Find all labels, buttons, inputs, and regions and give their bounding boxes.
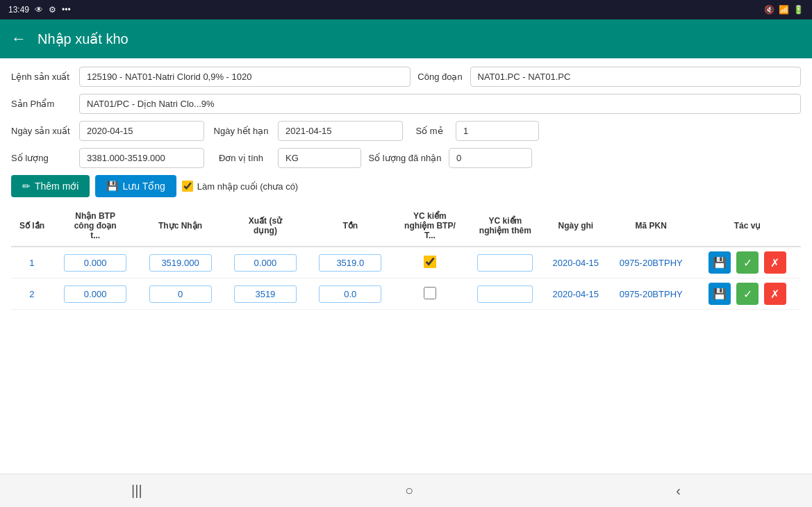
- col-ton: Tồn: [308, 206, 392, 247]
- time: 13:49: [8, 5, 29, 15]
- data-table: Số lần Nhận BTPcông đoạnt... Thực Nhận X…: [11, 206, 801, 310]
- so-luong-row: Số lượng Đơn vị tính Số lượng đã nhận: [11, 148, 801, 168]
- ngay-sx-row: Ngày sản xuất Ngày hết hạn Số mẻ: [11, 121, 801, 141]
- lenh-san-xuat-row: Lệnh sản xuất Công đoạn: [11, 67, 801, 87]
- so-luong-da-nhan-input[interactable]: [449, 148, 532, 168]
- don-vi-tinh-label: Đơn vị tính: [210, 153, 272, 163]
- col-thuc-nhan: Thực Nhận: [138, 206, 222, 247]
- lenh-san-xuat-label: Lệnh sản xuất: [11, 72, 74, 82]
- col-ma-pkn: Mã PKN: [608, 206, 694, 247]
- cong-doan-label: Công đoạn: [416, 72, 465, 82]
- status-bar: 13:49 👁 ⚙ ••• 🔇 📶 🔋: [0, 0, 812, 19]
- xuat-input-1[interactable]: [234, 285, 297, 303]
- home-button[interactable]: ○: [405, 483, 413, 499]
- cell-so-lan-1: 2: [11, 279, 53, 310]
- main-content: Lệnh sản xuất Công đoạn Sản Phẩm Ngày sả…: [0, 58, 812, 474]
- ngay-sx-input[interactable]: [79, 121, 204, 141]
- cell-xuat-1[interactable]: [223, 279, 308, 310]
- ngay-sx-label: Ngày sản xuất: [11, 126, 74, 136]
- san-pham-row: Sản Phẩm: [11, 94, 801, 114]
- col-so-lan: Số lần: [11, 206, 53, 247]
- cell-so-lan-0: 1: [11, 247, 53, 279]
- action-bar: ✏ Thêm mới 💾 Lưu Tổng Làm nhập cuối (chư…: [11, 175, 801, 197]
- cell-yc-them-0[interactable]: [467, 247, 543, 279]
- back-button[interactable]: ←: [11, 30, 26, 48]
- cell-ngay-ghi-0: 2020-04-15: [543, 247, 608, 279]
- bottom-nav: ||| ○ ‹: [0, 474, 812, 507]
- wifi-icon: 📶: [779, 5, 789, 15]
- cell-ngay-ghi-1: 2020-04-15: [543, 279, 608, 310]
- cong-doan-input[interactable]: [470, 67, 802, 87]
- cell-thuc-nhan-0[interactable]: [138, 247, 222, 279]
- battery-icon: 🔋: [793, 5, 804, 15]
- mute-icon: 🔇: [764, 5, 774, 15]
- settings-icon: ⚙: [49, 5, 56, 15]
- lam-nhap-cuoi-label[interactable]: Làm nhập cuối (chưa có): [182, 181, 298, 192]
- thuc-nhan-input-1[interactable]: [149, 285, 212, 303]
- cell-ton-1[interactable]: [308, 279, 392, 310]
- page-title: Nhập xuất kho: [38, 31, 129, 47]
- col-yc-them: YC kiểmnghiệm thêm: [467, 206, 543, 247]
- luu-tong-button[interactable]: 💾 Lưu Tổng: [95, 175, 176, 197]
- so-me-label: Số mẻ: [408, 126, 450, 136]
- them-moi-button[interactable]: ✏ Thêm mới: [11, 175, 90, 197]
- xuat-input-0[interactable]: [234, 254, 297, 272]
- cell-nhan-btp-0[interactable]: [53, 247, 138, 279]
- menu-button[interactable]: |||: [131, 483, 142, 499]
- so-luong-input[interactable]: [79, 148, 204, 168]
- cell-ton-0[interactable]: [308, 247, 392, 279]
- yc-them-input-0[interactable]: [477, 254, 533, 272]
- lenh-san-xuat-input[interactable]: [79, 67, 411, 87]
- cell-yc-1[interactable]: [392, 279, 467, 310]
- cell-yc-them-1[interactable]: [467, 279, 543, 310]
- col-xuat: Xuất (sửdụng): [223, 206, 308, 247]
- so-luong-da-nhan-label: Số lượng đã nhận: [367, 153, 443, 163]
- status-right: 🔇 📶 🔋: [764, 5, 804, 15]
- cell-actions-1: 💾 ✓ ✗: [694, 279, 801, 310]
- delete-row-btn-0[interactable]: ✗: [764, 251, 786, 274]
- edit-icon: ✏: [22, 181, 31, 192]
- ton-input-0[interactable]: [319, 254, 381, 272]
- cell-yc-0[interactable]: [392, 247, 467, 279]
- cell-thuc-nhan-1[interactable]: [138, 279, 222, 310]
- cell-ma-pkn-0: 0975-20BTPHY: [608, 247, 694, 279]
- col-yc-kiem-nghiem: YC kiểmnghiệm BTP/T...: [392, 206, 467, 247]
- ngay-het-han-label: Ngày hết hạn: [210, 126, 272, 136]
- confirm-row-btn-0[interactable]: ✓: [736, 251, 759, 274]
- yc-checkbox-1[interactable]: [424, 287, 436, 299]
- cell-nhan-btp-1[interactable]: [53, 279, 138, 310]
- save-row-btn-1[interactable]: 💾: [709, 283, 731, 305]
- col-tac-vu: Tác vụ: [694, 206, 801, 247]
- don-vi-tinh-input[interactable]: [278, 148, 361, 168]
- col-ngay-ghi: Ngày ghi: [543, 206, 608, 247]
- thuc-nhan-input-0[interactable]: [149, 254, 212, 272]
- table-row: 2 2020-04-15 0975-20BTPHY 💾 ✓ ✗: [11, 279, 801, 310]
- more-icon: •••: [62, 5, 71, 15]
- nhan-btp-input-0[interactable]: [64, 254, 126, 272]
- yc-them-input-1[interactable]: [477, 285, 533, 303]
- table-header-row: Số lần Nhận BTPcông đoạnt... Thực Nhận X…: [11, 206, 801, 247]
- save-row-btn-0[interactable]: 💾: [709, 251, 731, 274]
- status-left: 13:49 👁 ⚙ •••: [8, 5, 71, 15]
- yc-checkbox-0[interactable]: [424, 256, 436, 268]
- header: ← Nhập xuất kho: [0, 19, 812, 58]
- table-row: 1 2020-04-15 0975-20BTPHY 💾 ✓ ✗: [11, 247, 801, 279]
- san-pham-label: Sản Phẩm: [11, 99, 74, 109]
- nhan-btp-input-1[interactable]: [64, 285, 126, 303]
- cell-ma-pkn-1: 0975-20BTPHY: [608, 279, 694, 310]
- so-luong-label: Số lượng: [11, 153, 74, 163]
- back-nav-button[interactable]: ‹: [676, 483, 681, 499]
- save-icon: 💾: [106, 181, 118, 192]
- confirm-row-btn-1[interactable]: ✓: [736, 283, 759, 305]
- cell-xuat-0[interactable]: [223, 247, 308, 279]
- lam-nhap-cuoi-checkbox[interactable]: [182, 181, 193, 192]
- ton-input-1[interactable]: [319, 285, 381, 303]
- eye-icon: 👁: [35, 5, 43, 15]
- ngay-het-han-input[interactable]: [278, 121, 403, 141]
- so-me-input[interactable]: [456, 121, 539, 141]
- col-nhan-btp: Nhận BTPcông đoạnt...: [53, 206, 138, 247]
- cell-actions-0: 💾 ✓ ✗: [694, 247, 801, 279]
- san-pham-input[interactable]: [79, 94, 801, 114]
- delete-row-btn-1[interactable]: ✗: [764, 283, 786, 305]
